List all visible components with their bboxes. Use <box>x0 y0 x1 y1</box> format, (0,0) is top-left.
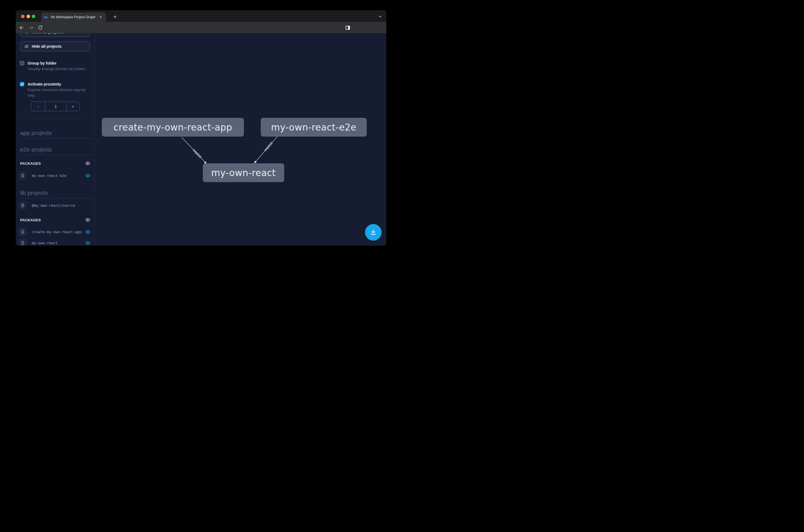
project-name[interactable]: @my-own-react/source <box>32 203 75 208</box>
document-search-icon <box>20 230 25 234</box>
group-by-folder-checkbox[interactable] <box>20 61 24 65</box>
decrement-button[interactable]: − <box>31 102 45 111</box>
download-graph-button[interactable] <box>365 224 382 241</box>
activate-proximity-description: Explore connected libraries step by step… <box>27 87 88 98</box>
node-label: my-own-react <box>211 168 276 178</box>
tab-strip: Nx Nx Workspace Project Graph ✕ + <box>16 10 386 22</box>
browser-tab[interactable]: Nx Nx Workspace Project Graph ✕ <box>41 13 106 22</box>
project-name[interactable]: my-own-react <box>32 241 58 245</box>
focus-project-button[interactable] <box>19 172 26 179</box>
graph-node-my-own-react[interactable]: my-own-react <box>203 163 284 182</box>
document-search-icon <box>20 241 25 245</box>
maximize-window-button[interactable] <box>32 15 35 18</box>
reload-button[interactable] <box>37 24 43 31</box>
graph-node-my-own-react-e2e[interactable]: my-own-react-e2e <box>261 118 367 137</box>
hide-all-projects-button[interactable]: Hide all projects <box>20 41 90 51</box>
packages-heading-lib: PACKAGES <box>20 218 41 222</box>
section-app-projects: app projects <box>20 130 93 138</box>
section-lib-projects: lib projects <box>20 190 93 198</box>
focus-project-button[interactable] <box>19 202 26 209</box>
project-visibility-eye-icon[interactable] <box>85 173 91 178</box>
project-name[interactable]: create-my-own-react-app <box>32 230 81 234</box>
proximity-stepper: − 1 + <box>31 101 80 111</box>
project-visibility-eye-icon[interactable] <box>85 240 91 246</box>
nx-graph-app: Show all projects Hide all projects Grou… <box>16 33 386 246</box>
proximity-value: 1 <box>45 102 66 111</box>
minimize-window-button[interactable] <box>26 15 30 18</box>
download-icon <box>370 229 377 236</box>
tab-close-icon[interactable]: ✕ <box>98 15 103 20</box>
increment-button[interactable]: + <box>66 102 79 111</box>
section-e2e-projects: e2e projects <box>20 146 93 155</box>
activate-proximity-label[interactable]: Activate proximity <box>27 82 61 87</box>
check-icon <box>20 82 24 86</box>
close-window-button[interactable] <box>21 15 24 18</box>
node-label: create-my-own-react-app <box>113 122 232 133</box>
tab-search-chevron-icon[interactable] <box>377 13 384 20</box>
graph-node-create-my-own-react-app[interactable]: create-my-own-react-app <box>102 118 244 137</box>
eye-off-icon <box>24 44 29 49</box>
packages-heading-e2e: PACKAGES <box>20 162 41 166</box>
document-search-icon <box>20 173 25 178</box>
back-button[interactable] <box>18 24 24 31</box>
sidebar-divider <box>16 118 95 119</box>
node-label: my-own-react-e2e <box>271 122 357 133</box>
edge-label: implicit <box>263 141 274 152</box>
focus-project-button[interactable] <box>19 228 26 236</box>
group-by-folder-label[interactable]: Group by folder <box>27 61 57 65</box>
new-tab-button[interactable]: + <box>111 13 119 21</box>
project-name[interactable]: my-own-react-e2e <box>32 174 66 178</box>
sidebar: Show all projects Hide all projects Grou… <box>16 33 95 246</box>
edge-create-app-to-my-own-react <box>181 137 207 164</box>
side-panel-icon[interactable] <box>345 24 351 31</box>
nx-favicon-icon: Nx <box>44 15 49 19</box>
forward-button[interactable] <box>28 24 34 31</box>
show-all-projects-label: Show all projects <box>32 33 63 34</box>
toggle-all-e2e-packages-eye-icon[interactable] <box>85 160 91 166</box>
browser-toolbar: 127.0.0.1:4211/projects Guest <box>16 22 386 33</box>
edge-label: implicit <box>192 148 203 159</box>
toggle-all-lib-packages-eye-icon[interactable] <box>85 217 91 223</box>
show-all-projects-button[interactable]: Show all projects <box>20 33 90 37</box>
browser-window: Nx Nx Workspace Project Graph ✕ + 127.0.… <box>16 10 386 246</box>
eye-icon <box>24 33 29 35</box>
tab-title: Nx Workspace Project Graph <box>51 15 96 19</box>
project-visibility-eye-icon[interactable] <box>85 229 91 234</box>
focus-project-button[interactable] <box>19 239 26 246</box>
group-by-folder-description: Visually arrange libraries by folders. <box>27 66 88 72</box>
edge-e2e-to-my-own-react <box>254 137 277 163</box>
hide-all-projects-label: Hide all projects <box>32 44 61 49</box>
activate-proximity-checkbox[interactable] <box>20 82 24 87</box>
document-search-icon <box>20 203 25 208</box>
